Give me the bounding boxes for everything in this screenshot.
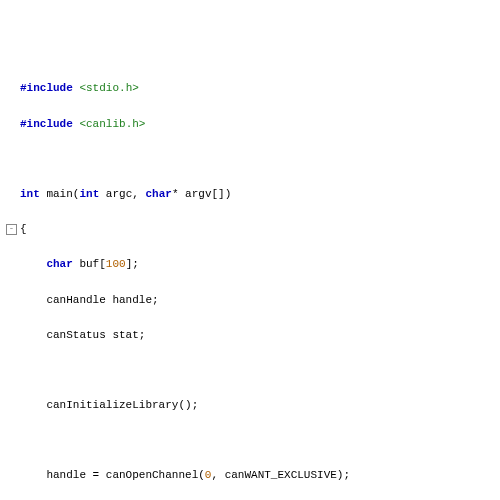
header-canlib: <canlib.h> xyxy=(79,118,145,130)
decl-end: ]; xyxy=(126,258,139,270)
decl-buf: buf[ xyxy=(73,258,106,270)
argv: * argv[]) xyxy=(172,188,231,200)
kw-int: int xyxy=(79,188,99,200)
fn-main: main( xyxy=(46,188,79,200)
kw-char: char xyxy=(46,258,72,270)
decl-stat: canStatus stat; xyxy=(46,329,145,341)
line-initlib: canInitializeLibrary(); xyxy=(6,397,494,415)
preproc: #include xyxy=(20,118,73,130)
line-include-1: #include <stdio.h> xyxy=(6,80,494,98)
line-include-2: #include <canlib.h> xyxy=(6,116,494,134)
call-open: handle = canOpenChannel( xyxy=(46,469,204,481)
kw-char: char xyxy=(145,188,171,200)
call-open-tail: , canWANT_EXCLUSIVE); xyxy=(211,469,350,481)
blank xyxy=(6,151,494,169)
brace: { xyxy=(20,223,27,235)
argc: argc, xyxy=(99,188,145,200)
call-initlib: canInitializeLibrary(); xyxy=(46,399,198,411)
fold-icon[interactable]: - xyxy=(6,224,17,235)
line-brace-open: -{ xyxy=(6,221,494,239)
line-decl-handle: canHandle handle; xyxy=(6,292,494,310)
blank xyxy=(6,362,494,380)
num-100: 100 xyxy=(106,258,126,270)
kw-int: int xyxy=(20,188,40,200)
line-decl-buf: char buf[100]; xyxy=(6,256,494,274)
line-openchannel: handle = canOpenChannel(0, canWANT_EXCLU… xyxy=(6,467,494,485)
line-decl-stat: canStatus stat; xyxy=(6,327,494,345)
preproc: #include xyxy=(20,82,73,94)
blank xyxy=(6,432,494,450)
decl-handle: canHandle handle; xyxy=(46,294,158,306)
header-stdio: <stdio.h> xyxy=(79,82,138,94)
line-main-sig: int main(int argc, char* argv[]) xyxy=(6,186,494,204)
